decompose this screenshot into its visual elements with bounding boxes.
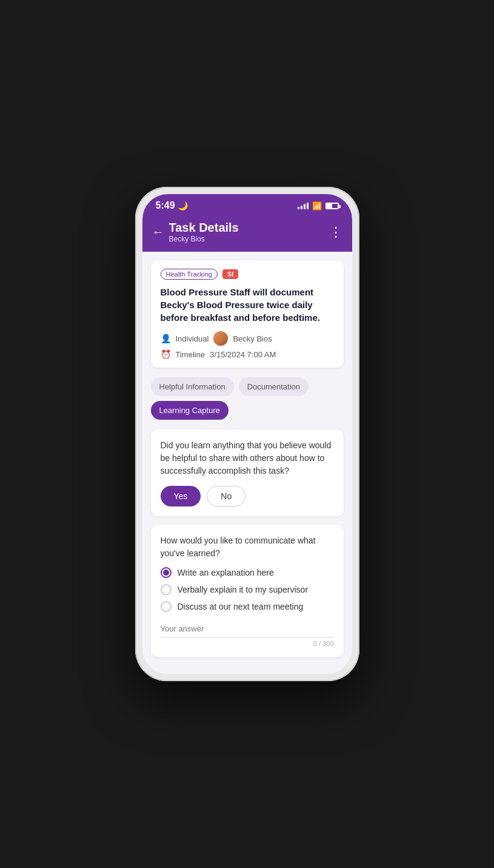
status-icons: 📶 bbox=[298, 201, 339, 210]
person-name: Becky Bios bbox=[233, 334, 272, 343]
page-title: Task Details bbox=[169, 221, 239, 235]
radio-circle-write bbox=[161, 567, 172, 578]
wifi-icon: 📶 bbox=[312, 201, 322, 210]
learning-question-text: Did you learn anything that you believe … bbox=[161, 439, 334, 477]
tabs-row: Helpful Information Documentation Learni… bbox=[151, 377, 344, 420]
health-tracking-tag: Health Tracking bbox=[161, 269, 218, 280]
radio-circle-meeting bbox=[161, 601, 172, 612]
radio-verbal-label: Verbally explain it to my supervisor bbox=[178, 585, 309, 594]
more-menu-button[interactable]: ⋮ bbox=[329, 224, 342, 240]
communication-card: How would you like to communicate what y… bbox=[151, 525, 344, 657]
char-count: 0 / 300 bbox=[161, 640, 334, 647]
status-time: 5:49 🌙 bbox=[156, 200, 188, 211]
radio-meeting[interactable]: Discuss at our next team meeting bbox=[161, 601, 334, 612]
yes-no-row: Yes No bbox=[161, 486, 334, 506]
individual-icon: 👤 bbox=[161, 334, 171, 343]
radio-write-label: Write an explanation here bbox=[178, 568, 274, 577]
radio-circle-verbal bbox=[161, 584, 172, 595]
tab-learning-capture[interactable]: Learning Capture bbox=[151, 401, 229, 420]
radio-meeting-label: Discuss at our next team meeting bbox=[178, 602, 304, 611]
task-tags: Health Tracking SI bbox=[161, 269, 334, 280]
header-subtitle: Becky Bios bbox=[169, 235, 239, 243]
clock-icon: ⏰ bbox=[161, 349, 171, 359]
si-tag: SI bbox=[222, 269, 238, 279]
radio-group: Write an explanation here Verbally expla… bbox=[161, 567, 334, 612]
battery-icon bbox=[325, 203, 339, 209]
task-title: Blood Pressure Staff will document Becky… bbox=[161, 286, 334, 324]
timeline-row: ⏰ Timeline 3/15/2024 7:00 AM bbox=[161, 349, 334, 359]
tab-documentation[interactable]: Documentation bbox=[239, 377, 309, 396]
communication-question: How would you like to communicate what y… bbox=[161, 534, 334, 560]
signal-icon bbox=[298, 203, 309, 209]
status-bar: 5:49 🌙 📶 bbox=[142, 194, 352, 216]
tab-helpful-information[interactable]: Helpful Information bbox=[151, 377, 234, 396]
timeline-value: 3/15/2024 7:00 AM bbox=[210, 350, 276, 359]
content-area: Health Tracking SI Blood Pressure Staff … bbox=[142, 252, 352, 674]
radio-write[interactable]: Write an explanation here bbox=[161, 567, 334, 578]
individual-label: Individual bbox=[176, 334, 209, 343]
avatar bbox=[213, 331, 228, 346]
answer-input[interactable] bbox=[161, 621, 334, 638]
task-meta: 👤 Individual Becky Bios ⏰ Timeline 3/15/… bbox=[161, 331, 334, 359]
yes-button[interactable]: Yes bbox=[161, 486, 201, 506]
app-header: ← Task Details Becky Bios ⋮ bbox=[142, 216, 352, 252]
radio-verbal[interactable]: Verbally explain it to my supervisor bbox=[161, 584, 334, 595]
back-button[interactable]: ← bbox=[152, 225, 164, 239]
task-card: Health Tracking SI Blood Pressure Staff … bbox=[151, 260, 344, 368]
no-button[interactable]: No bbox=[207, 486, 245, 506]
learning-question-card: Did you learn anything that you believe … bbox=[151, 429, 344, 516]
timeline-label: Timeline bbox=[176, 350, 205, 359]
individual-row: 👤 Individual Becky Bios bbox=[161, 331, 334, 346]
moon-icon: 🌙 bbox=[178, 201, 188, 210]
